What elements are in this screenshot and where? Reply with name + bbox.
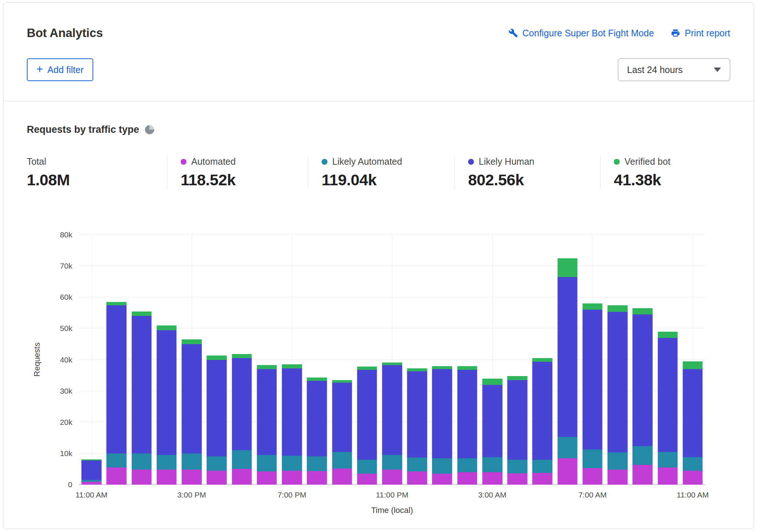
chart-bar[interactable] bbox=[307, 235, 327, 485]
chart-bar[interactable] bbox=[658, 235, 678, 485]
chart-bar[interactable] bbox=[131, 235, 152, 485]
segment-verified_bot bbox=[532, 358, 553, 362]
chart-bar[interactable] bbox=[432, 235, 452, 485]
segment-likely_automated bbox=[382, 455, 402, 470]
chart-bar[interactable] bbox=[482, 235, 503, 485]
segment-verified_bot bbox=[557, 258, 577, 277]
segment-likely_human bbox=[683, 369, 703, 457]
chart-bar[interactable] bbox=[382, 235, 402, 485]
segment-likely_human bbox=[407, 371, 427, 458]
chart-bar[interactable] bbox=[457, 235, 477, 485]
add-filter-button[interactable]: + Add filter bbox=[27, 58, 93, 81]
segment-automated bbox=[131, 470, 152, 485]
chart-bar[interactable] bbox=[157, 235, 177, 485]
segment-likely_human bbox=[282, 368, 302, 456]
segment-automated bbox=[557, 458, 577, 485]
pie-chart-icon bbox=[145, 125, 154, 134]
configure-link-label: Configure Super Bot Fight Mode bbox=[522, 28, 654, 39]
segment-likely_automated bbox=[282, 456, 302, 471]
segment-verified_bot bbox=[357, 367, 377, 370]
segment-verified_bot bbox=[608, 305, 628, 312]
segment-automated bbox=[407, 471, 427, 485]
segment-verified_bot bbox=[382, 362, 402, 365]
chart-bar[interactable] bbox=[407, 235, 427, 485]
segment-verified_bot bbox=[407, 368, 427, 372]
chart-bar[interactable] bbox=[507, 235, 528, 485]
stat-likely-automated: Likely Automated 119.04k bbox=[308, 156, 454, 189]
segment-likely_automated bbox=[658, 452, 678, 468]
segment-likely_automated bbox=[357, 460, 377, 474]
y-tick-label: 70k bbox=[60, 262, 79, 270]
segment-automated bbox=[532, 473, 553, 485]
chart-bar[interactable] bbox=[282, 235, 302, 485]
segment-automated bbox=[583, 468, 603, 485]
configure-super-bot-fight-mode-link[interactable]: Configure Super Bot Fight Mode bbox=[508, 28, 654, 39]
segment-likely_human bbox=[482, 385, 503, 457]
chart-bar[interactable] bbox=[332, 235, 352, 485]
chart-bar[interactable] bbox=[232, 235, 252, 485]
y-tick-label: 30k bbox=[60, 387, 79, 396]
chart-bar[interactable] bbox=[106, 235, 127, 485]
chart-plot-area: 010k20k30k40k50k60k70k80k11:00 AM3:00 PM… bbox=[79, 235, 705, 485]
segment-verified_bot bbox=[182, 339, 202, 344]
chart-bar[interactable] bbox=[357, 235, 377, 485]
stat-automated-label: Automated bbox=[191, 156, 236, 167]
stat-total: Total 1.08M bbox=[27, 156, 167, 189]
header-divider bbox=[3, 101, 754, 101]
chevron-down-icon bbox=[714, 68, 721, 72]
segment-likely_human bbox=[157, 330, 177, 455]
chart-bar[interactable] bbox=[633, 235, 653, 485]
x-tick-label: 11:00 PM bbox=[376, 491, 408, 499]
stat-verified-bot-value: 41.38k bbox=[614, 171, 723, 189]
stat-total-value: 1.08M bbox=[27, 171, 160, 189]
segment-verified_bot bbox=[282, 364, 302, 368]
segment-verified_bot bbox=[257, 365, 277, 369]
segment-verified_bot bbox=[232, 354, 252, 358]
chart-bar[interactable] bbox=[583, 235, 603, 485]
segment-likely_automated bbox=[307, 456, 327, 471]
segment-automated bbox=[307, 471, 327, 485]
y-axis-title: Requests bbox=[32, 343, 42, 377]
legend-dot-likely-human bbox=[468, 159, 474, 165]
segment-likely_human bbox=[457, 370, 477, 458]
segment-likely_human bbox=[507, 380, 528, 460]
print-report-link[interactable]: Print report bbox=[671, 28, 730, 39]
segment-automated bbox=[633, 465, 653, 485]
y-tick-label: 20k bbox=[60, 418, 79, 427]
x-tick-label: 3:00 PM bbox=[177, 491, 206, 499]
segment-verified_bot bbox=[207, 356, 227, 360]
segment-verified_bot bbox=[683, 361, 703, 369]
chart-bar[interactable] bbox=[207, 235, 227, 485]
plus-icon: + bbox=[36, 63, 43, 75]
chart-bar[interactable] bbox=[532, 235, 553, 485]
segment-automated bbox=[608, 470, 628, 485]
chart-bar[interactable] bbox=[608, 235, 628, 485]
requests-chart: Requests 010k20k30k40k50k60k70k80k11:00 … bbox=[27, 235, 730, 525]
segment-likely_automated bbox=[482, 457, 503, 472]
stat-automated: Automated 118.52k bbox=[167, 156, 308, 189]
segment-verified_bot bbox=[457, 366, 477, 370]
chart-bar[interactable] bbox=[683, 235, 703, 485]
segment-likely_automated bbox=[457, 458, 477, 472]
segment-automated bbox=[207, 471, 227, 485]
segment-likely_human bbox=[232, 358, 252, 450]
segment-verified_bot bbox=[432, 366, 452, 369]
chart-bar[interactable] bbox=[557, 235, 577, 485]
chart-bar[interactable] bbox=[182, 235, 202, 485]
segment-verified_bot bbox=[307, 378, 327, 381]
time-range-value: Last 24 hours bbox=[627, 65, 683, 75]
segment-likely_human bbox=[382, 365, 402, 455]
stat-likely-human-value: 802.56k bbox=[468, 171, 593, 189]
time-range-select[interactable]: Last 24 hours bbox=[618, 58, 730, 81]
segment-likely_automated bbox=[608, 452, 628, 470]
segment-likely_automated bbox=[557, 437, 577, 458]
requests-section: Requests by traffic type Total 1.08M Aut… bbox=[3, 124, 754, 525]
segment-automated bbox=[507, 473, 528, 485]
chart-bar[interactable] bbox=[257, 235, 277, 485]
segment-automated bbox=[157, 470, 177, 485]
segment-automated bbox=[432, 474, 452, 485]
chart-bar[interactable] bbox=[82, 235, 102, 485]
y-tick-label: 40k bbox=[60, 356, 79, 364]
segment-likely_automated bbox=[633, 446, 653, 465]
segment-likely_human bbox=[532, 362, 553, 459]
